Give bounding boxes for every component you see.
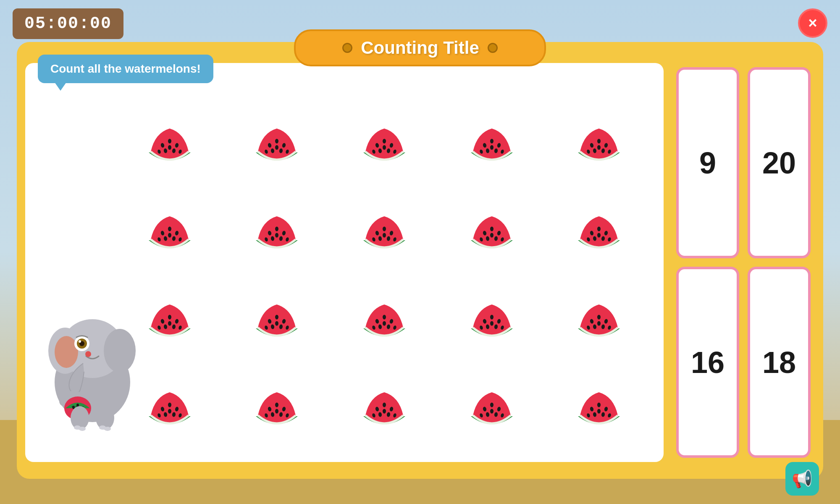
title-screw-left (342, 43, 352, 53)
svg-point-129 (275, 403, 278, 407)
svg-point-21 (383, 145, 386, 150)
close-icon: × (808, 16, 817, 31)
svg-point-117 (597, 321, 601, 326)
svg-point-177 (96, 406, 114, 430)
close-button[interactable]: × (798, 8, 827, 38)
svg-point-163 (55, 336, 78, 368)
svg-point-113 (597, 315, 601, 319)
svg-point-149 (490, 409, 494, 414)
answer-number-9: 9 (699, 146, 716, 180)
watermelon-item (332, 189, 436, 274)
svg-point-37 (597, 145, 601, 150)
svg-point-1 (168, 139, 171, 143)
game-title: Counting Title (361, 38, 479, 58)
svg-point-29 (490, 145, 494, 150)
svg-point-57 (383, 227, 386, 231)
answers-area: 9201618 (672, 63, 815, 462)
svg-point-73 (597, 227, 601, 231)
content-area: Count all the watermelons! (25, 63, 815, 462)
svg-point-169 (85, 351, 91, 357)
svg-point-41 (168, 227, 171, 231)
speech-text: Count all the watermelons! (50, 62, 201, 75)
svg-point-125 (168, 409, 171, 414)
answer-number-16: 16 (691, 345, 724, 380)
answer-card-18[interactable]: 18 (748, 267, 811, 458)
svg-point-109 (490, 321, 494, 326)
answer-card-20[interactable]: 20 (748, 67, 811, 258)
svg-point-105 (490, 315, 494, 319)
watermelon-item (225, 277, 329, 362)
svg-point-65 (490, 227, 494, 231)
svg-point-176 (71, 406, 89, 430)
svg-point-97 (383, 315, 386, 319)
svg-point-49 (275, 227, 278, 231)
watermelon-item (547, 101, 651, 186)
svg-point-17 (383, 139, 386, 143)
answer-number-18: 18 (762, 345, 796, 380)
svg-point-145 (490, 403, 494, 407)
watermelon-item (118, 189, 222, 274)
speaker-button[interactable]: 📢 (785, 462, 819, 496)
answer-card-16[interactable]: 16 (676, 267, 739, 458)
svg-point-157 (597, 409, 601, 414)
svg-point-133 (275, 409, 278, 414)
svg-point-25 (490, 139, 494, 143)
svg-point-141 (383, 409, 386, 414)
watermelon-item (118, 101, 222, 186)
svg-point-9 (275, 139, 278, 143)
svg-point-81 (168, 315, 171, 319)
watermelon-item (547, 277, 651, 362)
watermelon-item (225, 189, 329, 274)
speaker-icon: 📢 (792, 469, 813, 489)
elephant-character (46, 298, 139, 433)
svg-point-53 (275, 233, 278, 238)
svg-point-101 (383, 321, 386, 326)
timer-text: 05:00:00 (24, 14, 112, 33)
game-panel: Counting Title Count all the watermelons… (17, 42, 823, 479)
watermelon-item (332, 101, 436, 186)
svg-point-121 (168, 403, 171, 407)
timer-display: 05:00:00 (13, 8, 123, 39)
svg-point-89 (275, 315, 278, 319)
watermelon-item (440, 101, 544, 186)
svg-point-33 (597, 139, 601, 143)
svg-point-85 (168, 321, 171, 326)
svg-point-77 (597, 233, 601, 238)
answer-number-20: 20 (762, 146, 796, 180)
title-screw-right (488, 43, 498, 53)
svg-point-181 (104, 427, 111, 431)
svg-point-61 (383, 233, 386, 238)
svg-point-13 (275, 145, 278, 150)
speech-bubble: Count all the watermelons! (38, 55, 213, 83)
svg-point-168 (79, 340, 81, 343)
answer-card-9[interactable]: 9 (676, 67, 739, 258)
watermelon-item (440, 189, 544, 274)
svg-point-69 (490, 233, 494, 238)
watermelon-item (440, 365, 544, 450)
watermelon-item (332, 365, 436, 450)
svg-point-137 (383, 403, 386, 407)
svg-point-179 (79, 427, 86, 431)
watermelon-item (225, 365, 329, 450)
watermelon-item (547, 189, 651, 274)
svg-point-153 (597, 403, 601, 407)
watermelon-item (332, 277, 436, 362)
title-bar: Counting Title (294, 29, 546, 66)
svg-point-45 (168, 233, 171, 238)
svg-point-164 (104, 329, 136, 373)
svg-point-93 (275, 321, 278, 326)
watermelon-item (225, 101, 329, 186)
watermelon-item (547, 365, 651, 450)
svg-point-5 (168, 145, 171, 150)
counting-area: Count all the watermelons! (25, 63, 664, 462)
watermelon-item (440, 277, 544, 362)
